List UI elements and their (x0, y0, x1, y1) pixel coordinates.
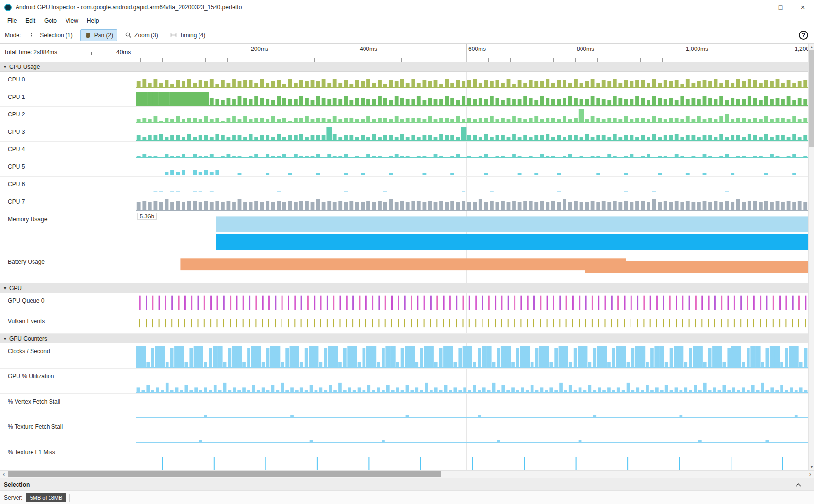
menu-view[interactable]: View (61, 16, 83, 26)
track-label: % Texture Fetch Stall (0, 419, 136, 444)
track-row-cpu-0[interactable]: CPU 0 (0, 72, 814, 89)
track-label: CPU 1 (0, 89, 136, 106)
zoom-mode-button[interactable]: Zoom (3) (120, 29, 163, 41)
ruler-tick-area[interactable]: 200ms400ms600ms800ms1,000ms1,200ms (136, 44, 814, 62)
ruler-major-tick (575, 44, 575, 62)
track-chart-clocks-second[interactable] (136, 343, 808, 368)
track-label: CPU 0 (0, 72, 136, 89)
menu-help[interactable]: Help (83, 16, 103, 26)
track-row-cpu-2[interactable]: CPU 2 (0, 107, 814, 124)
scroll-left-arrow-icon[interactable]: ‹ (0, 471, 8, 478)
selection-panel-title: Selection (4, 481, 30, 488)
app-window: Android GPU Inspector - com.google.andro… (0, 0, 814, 504)
track-chart-cpu-5[interactable] (136, 159, 808, 176)
track-chart-battery-usage[interactable] (136, 254, 808, 283)
track-chart-vulkan-events[interactable] (136, 313, 808, 333)
track-label: CPU 6 (0, 177, 136, 194)
mode-button-label: Zoom (3) (134, 32, 158, 39)
track-row-texture-l1-miss[interactable]: % Texture L1 Miss (0, 444, 814, 470)
track-chart-cpu-0[interactable] (136, 72, 808, 89)
selection-panel-header[interactable]: Selection (0, 478, 814, 490)
menu-edit[interactable]: Edit (21, 16, 40, 26)
scroll-right-arrow-icon[interactable]: › (806, 471, 814, 478)
section-header-cpu-usage[interactable]: ▾CPU Usage (0, 62, 814, 72)
scale-bracket (91, 52, 113, 55)
track-row-gpu-utilization[interactable]: GPU % Utilization (0, 369, 814, 394)
track-label: CPU 7 (0, 194, 136, 211)
collapse-chevron-icon[interactable] (795, 482, 802, 487)
track-row-cpu-5[interactable]: CPU 5 (0, 159, 814, 177)
track-row-texture-fetch-stall[interactable]: % Texture Fetch Stall (0, 419, 814, 444)
vertical-scrollbar[interactable]: ▲ ▼ (808, 44, 814, 470)
timing-icon (170, 32, 177, 39)
track-chart-vertex-fetch-stall[interactable] (136, 394, 808, 419)
minimize-button[interactable]: – (747, 0, 769, 15)
section-header-gpu[interactable]: ▾GPU (0, 283, 814, 293)
help-icon: ? (799, 31, 808, 40)
track-row-cpu-3[interactable]: CPU 3 (0, 124, 814, 142)
mode-label: Mode: (5, 32, 21, 39)
track-row-memory-usage[interactable]: Memory Usage5.3Gb (0, 211, 814, 254)
total-time-label: Total Time: 2s084ms (4, 49, 57, 56)
track-chart-texture-l1-miss[interactable] (136, 444, 808, 470)
menu-file[interactable]: File (3, 16, 21, 26)
selection-mode-button[interactable]: Selection (1) (26, 29, 77, 41)
track-label: Vulkan Events (0, 313, 136, 333)
vertical-scrollbar-thumb[interactable] (809, 50, 814, 147)
server-label: Server: (4, 494, 23, 501)
track-chart-cpu-1[interactable] (136, 89, 808, 106)
mode-button-label: Selection (1) (40, 32, 72, 39)
track-row-cpu-7[interactable]: CPU 7 (0, 194, 814, 211)
track-chart-cpu-2[interactable] (136, 107, 808, 124)
track-row-clocks-second[interactable]: Clocks / Second (0, 343, 814, 369)
track-chart-texture-fetch-stall[interactable] (136, 419, 808, 444)
track-row-battery-usage[interactable]: Battery Usage (0, 254, 814, 283)
track-chart-memory-usage[interactable]: 5.3Gb (136, 211, 808, 254)
pan-mode-button[interactable]: Pan (2) (80, 29, 117, 41)
collapse-triangle-icon[interactable]: ▾ (4, 64, 6, 69)
track-chart-cpu-3[interactable] (136, 124, 808, 141)
scroll-down-arrow-icon[interactable]: ▼ (809, 464, 814, 470)
ruler-tick-label: 1,000ms (686, 46, 708, 52)
window-controls: – □ × (747, 0, 814, 15)
track-chart-cpu-4[interactable] (136, 142, 808, 159)
track-row-cpu-1[interactable]: CPU 1 (0, 89, 814, 107)
track-chart-cpu-7[interactable] (136, 194, 808, 211)
ruler-major-tick (358, 44, 358, 62)
track-chart-gpu-queue-0[interactable] (136, 293, 808, 313)
ruler-tick-label: 800ms (577, 46, 594, 52)
scroll-up-arrow-icon[interactable]: ▲ (809, 44, 814, 50)
close-button[interactable]: × (792, 0, 814, 15)
status-divider (69, 494, 70, 502)
track-row-vertex-fetch-stall[interactable]: % Vertex Fetch Stall (0, 394, 814, 419)
timing-mode-button[interactable]: Timing (4) (166, 29, 210, 41)
horizontal-scrollbar[interactable]: ‹ › (0, 470, 814, 478)
section-title: CPU Usage (9, 64, 40, 70)
track-list[interactable]: ▾CPU UsageCPU 0CPU 1CPU 2CPU 3CPU 4CPU 5… (0, 62, 814, 470)
window-title: Android GPU Inspector - com.google.andro… (16, 4, 242, 11)
help-button[interactable]: ? (793, 27, 814, 44)
track-row-cpu-6[interactable]: CPU 6 (0, 177, 814, 194)
titlebar[interactable]: Android GPU Inspector - com.google.andro… (0, 0, 814, 15)
track-label: GPU Queue 0 (0, 293, 136, 313)
track-chart-cpu-6[interactable] (136, 177, 808, 194)
statusbar: Server: 5MB of 18MB (0, 490, 814, 504)
track-row-gpu-queue-0[interactable]: GPU Queue 0 (0, 293, 814, 313)
collapse-triangle-icon[interactable]: ▾ (4, 285, 6, 291)
toolbar: Mode: Selection (1)Pan (2)Zoom (3)Timing… (0, 27, 814, 44)
zoom-icon (125, 32, 132, 39)
mode-button-label: Pan (2) (94, 32, 113, 39)
track-label: Battery Usage (0, 254, 136, 283)
menu-goto[interactable]: Goto (40, 16, 61, 26)
track-chart-gpu-utilization[interactable] (136, 369, 808, 393)
ruler-tick-label: 600ms (468, 46, 486, 52)
maximize-button[interactable]: □ (769, 0, 792, 15)
timeline-ruler[interactable]: Total Time: 2s084ms 40ms 200ms400ms600ms… (0, 44, 814, 62)
horizontal-scrollbar-thumb[interactable] (8, 471, 441, 477)
ruler-major-tick (684, 44, 684, 62)
track-row-vulkan-events[interactable]: Vulkan Events (0, 313, 814, 334)
section-header-gpu-counters[interactable]: ▾GPU Counters (0, 334, 814, 343)
track-row-cpu-4[interactable]: CPU 4 (0, 142, 814, 159)
collapse-triangle-icon[interactable]: ▾ (4, 336, 6, 341)
track-label: CPU 2 (0, 107, 136, 124)
